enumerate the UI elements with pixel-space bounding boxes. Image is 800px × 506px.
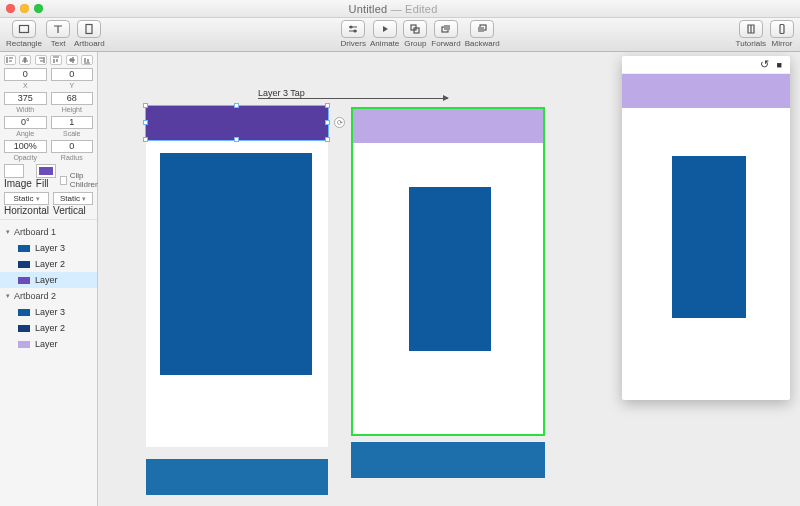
layer-label: Layer: [35, 275, 58, 285]
artboard-icon: [83, 23, 95, 35]
backward-button[interactable]: Backward: [465, 20, 500, 48]
layer-item[interactable]: Layer 3: [0, 304, 97, 320]
layer-label: Layer 2: [35, 323, 65, 333]
artboard-tool-button[interactable]: Artboard: [74, 20, 105, 48]
layer-label: Layer 2: [35, 259, 65, 269]
svg-rect-1: [86, 25, 92, 34]
book-icon: [745, 23, 757, 35]
y-label: Y: [51, 82, 94, 89]
group-button[interactable]: Group: [403, 20, 427, 48]
svg-rect-9: [478, 27, 484, 32]
layer-item[interactable]: Layer 3: [0, 240, 97, 256]
layers-panel: ▾Artboard 1 Layer 3 Layer 2 Layer ▾Artbo…: [0, 224, 97, 352]
align-left-button[interactable]: [4, 55, 16, 65]
layer-rectangle[interactable]: [160, 153, 312, 375]
artboard-header[interactable]: ▾Artboard 2: [0, 288, 97, 304]
tutorials-button[interactable]: Tutorials: [736, 20, 766, 48]
align-top-button[interactable]: [50, 55, 62, 65]
layer-rectangle[interactable]: [409, 187, 491, 351]
layer-rectangle[interactable]: [146, 459, 328, 495]
drivers-label: Drivers: [341, 39, 366, 48]
rotate-handle[interactable]: ⟳: [334, 117, 345, 128]
animation-label: Layer 3 Tap: [258, 88, 305, 98]
resize-handle-left[interactable]: [143, 120, 148, 125]
vertical-constraint-select[interactable]: Static: [53, 192, 93, 205]
alignment-buttons: [4, 55, 93, 65]
resize-handle-top[interactable]: [234, 103, 239, 108]
width-input[interactable]: 375: [4, 92, 47, 105]
resize-handle-bottom-left[interactable]: [143, 137, 148, 142]
height-label: Height: [51, 106, 94, 113]
text-tool-label: Text: [51, 39, 66, 48]
clip-children-label: Clip Children: [70, 171, 102, 189]
animate-button[interactable]: Animate: [370, 20, 399, 48]
group-label: Group: [404, 39, 426, 48]
group-icon: [409, 23, 421, 35]
selected-layer[interactable]: ⟳: [146, 106, 328, 140]
layer-item[interactable]: Layer: [0, 336, 97, 352]
drivers-button[interactable]: Drivers: [341, 20, 366, 48]
layer-color-swatch: [18, 277, 30, 284]
forward-button[interactable]: Forward: [431, 20, 460, 48]
layer-rectangle[interactable]: [353, 109, 543, 143]
horizontal-constraint-label: Horizontal: [4, 205, 49, 216]
image-swatch[interactable]: [4, 164, 24, 178]
layer-item-selected[interactable]: Layer: [0, 272, 97, 288]
text-tool-button[interactable]: Text: [46, 20, 70, 48]
zoom-window-button[interactable]: [34, 4, 43, 13]
horizontal-constraint-select[interactable]: Static: [4, 192, 49, 205]
close-window-button[interactable]: [6, 4, 15, 13]
resize-handle-top-right[interactable]: [325, 103, 330, 108]
layer-color-swatch: [18, 341, 30, 348]
align-bottom-button[interactable]: [81, 55, 93, 65]
artboard-tool-label: Artboard: [74, 39, 105, 48]
resize-handle-top-left[interactable]: [143, 103, 148, 108]
layer-color-swatch: [18, 261, 30, 268]
layer-color-swatch: [18, 309, 30, 316]
opacity-label: Opacity: [4, 154, 47, 161]
window-title: Untitled: [348, 3, 387, 15]
clip-children-checkbox[interactable]: [60, 176, 67, 185]
preview-window[interactable]: ↺ ■: [622, 56, 790, 400]
artboard-2[interactable]: [351, 107, 545, 436]
radius-input[interactable]: 0: [51, 140, 94, 153]
rectangle-tool-button[interactable]: Rectangle: [6, 20, 42, 48]
artboard-header[interactable]: ▾Artboard 1: [0, 224, 97, 240]
artboard-1[interactable]: [146, 107, 328, 447]
svg-point-2: [350, 26, 352, 28]
canvas[interactable]: Layer 3 Tap ⟳ ↺ ■: [98, 52, 800, 506]
opacity-input[interactable]: 100%: [4, 140, 47, 153]
resize-handle-right[interactable]: [325, 120, 330, 125]
layer-color-swatch: [18, 245, 30, 252]
x-input[interactable]: 0: [4, 68, 47, 81]
layer-item[interactable]: Layer 2: [0, 320, 97, 336]
fill-swatch[interactable]: [36, 164, 56, 178]
align-center-v-button[interactable]: [66, 55, 78, 65]
drivers-icon: [347, 23, 359, 35]
undo-icon[interactable]: ↺: [760, 58, 769, 71]
height-input[interactable]: 68: [51, 92, 94, 105]
svg-rect-10: [780, 25, 784, 34]
x-label: X: [4, 82, 47, 89]
layer-rectangle[interactable]: [351, 442, 545, 478]
minimize-window-button[interactable]: [20, 4, 29, 13]
svg-rect-0: [20, 26, 29, 33]
mirror-label: Mirror: [772, 39, 793, 48]
layer-item[interactable]: Layer 2: [0, 256, 97, 272]
rectangle-tool-label: Rectangle: [6, 39, 42, 48]
angle-input[interactable]: 0°: [4, 116, 47, 129]
artboard-label: Artboard 1: [14, 227, 56, 237]
resize-handle-bottom[interactable]: [234, 137, 239, 142]
align-center-h-button[interactable]: [19, 55, 31, 65]
layer-rectangle[interactable]: [146, 106, 328, 140]
forward-label: Forward: [431, 39, 460, 48]
window-edited-label: — Edited: [391, 3, 438, 15]
mirror-button[interactable]: Mirror: [770, 20, 794, 48]
animation-arrow-icon: [258, 98, 448, 99]
record-icon[interactable]: ■: [777, 60, 782, 70]
resize-handle-bottom-right[interactable]: [325, 137, 330, 142]
main-toolbar: Rectangle Text Artboard Drivers Animate …: [0, 18, 800, 52]
scale-input[interactable]: 1: [51, 116, 94, 129]
align-right-button[interactable]: [35, 55, 47, 65]
y-input[interactable]: 0: [51, 68, 94, 81]
